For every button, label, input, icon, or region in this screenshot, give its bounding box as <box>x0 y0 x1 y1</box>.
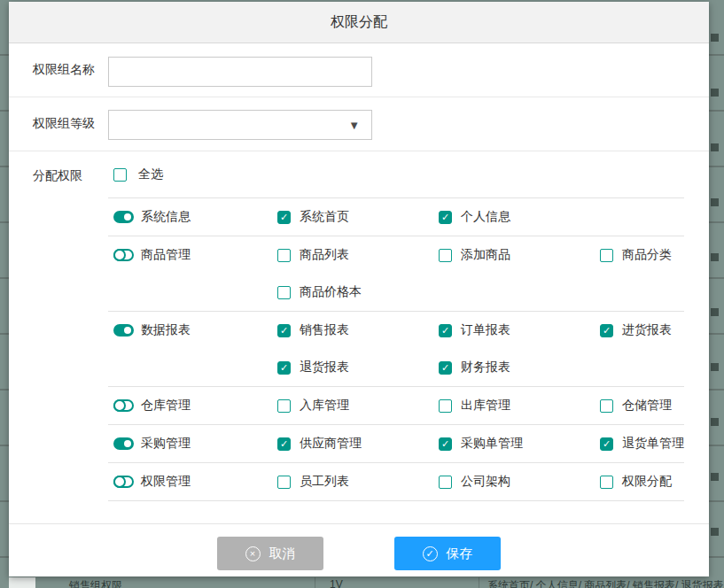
permission-item: 财务报表 <box>439 360 600 375</box>
permission-checkbox[interactable] <box>600 476 613 489</box>
permission-group-row: 权限管理 员工列表 公司架构 权限分配 <box>108 463 684 501</box>
permission-item: 销售报表 <box>277 322 439 338</box>
group-level-row: 权限组等级 ▼ <box>9 97 709 151</box>
toggle-switch[interactable] <box>113 249 134 261</box>
permission-label: 入库管理 <box>300 398 349 414</box>
permission-checkbox[interactable] <box>439 361 452 375</box>
select-all-checkbox[interactable] <box>113 168 127 182</box>
permission-group-row: 仓库管理 入库管理 出库管理 仓储管理 <box>108 387 684 425</box>
permission-label: 销售报表 <box>300 322 349 338</box>
group-items: 供应商管理 采购单管理 退货单管理 <box>277 425 684 462</box>
permission-group-row: 采购管理 供应商管理 采购单管理 退货单管理 <box>108 425 684 463</box>
group-header: 数据报表 <box>108 312 277 349</box>
chevron-down-icon: ▼ <box>348 120 360 131</box>
toggle-knob <box>113 399 126 412</box>
permission-checkbox[interactable] <box>277 286 291 299</box>
permission-item: 公司架构 <box>439 474 600 490</box>
permission-label: 订单报表 <box>461 322 510 338</box>
assign-permissions-label: 分配权限 <box>33 168 82 184</box>
permission-checkbox[interactable] <box>277 324 291 337</box>
permission-checkbox[interactable] <box>600 399 613 413</box>
toggle-switch[interactable] <box>113 211 134 223</box>
modal-title: 权限分配 <box>331 13 387 32</box>
permission-label: 采购单管理 <box>461 436 523 452</box>
background-column-divider <box>315 577 315 588</box>
group-level-select[interactable]: ▼ <box>108 110 372 140</box>
toggle-knob <box>124 440 131 447</box>
permission-label: 进货报表 <box>622 322 672 338</box>
group-items: 系统首页 个人信息 <box>277 198 684 236</box>
permission-label: 财务报表 <box>461 360 510 375</box>
permission-checkbox[interactable] <box>439 211 452 224</box>
permission-checkbox[interactable] <box>277 361 291 375</box>
permission-label: 权限分配 <box>622 474 672 490</box>
permission-group-row: 数据报表 销售报表 订单报表 进货报表 <box>108 312 684 387</box>
group-label: 系统信息 <box>141 209 191 225</box>
toggle-switch[interactable] <box>113 399 134 412</box>
permission-checkbox[interactable] <box>277 211 291 224</box>
toggle-knob <box>124 327 131 334</box>
group-level-label: 权限组等级 <box>33 97 95 151</box>
toggle-knob <box>124 213 131 220</box>
background-clipped-text <box>711 34 719 583</box>
modal-header: 权限分配 <box>9 2 709 43</box>
select-all-label: 全选 <box>138 166 163 182</box>
group-header: 权限管理 <box>108 463 277 500</box>
permission-checkbox[interactable] <box>439 249 452 262</box>
permission-item: 进货报表 <box>600 322 684 338</box>
group-header: 仓库管理 <box>108 387 277 424</box>
permission-item: 系统首页 <box>277 209 439 225</box>
cancel-button[interactable]: × 取消 <box>217 537 323 570</box>
permission-checkbox[interactable] <box>277 249 291 262</box>
toggle-switch[interactable] <box>113 324 134 337</box>
permission-checkbox[interactable] <box>277 476 291 489</box>
permission-checkbox[interactable] <box>600 437 613 451</box>
group-header: 商品管理 <box>108 236 277 274</box>
group-label: 商品管理 <box>141 247 191 263</box>
permission-item: 供应商管理 <box>277 436 439 452</box>
permission-assign-modal: 权限分配 权限组名称 权限组等级 ▼ 分配权限 全选 <box>9 2 709 576</box>
permission-checkbox[interactable] <box>439 399 452 413</box>
group-items: 商品列表 添加商品 商品分类 商品价格本 <box>277 236 684 311</box>
toggle-switch[interactable] <box>113 476 134 488</box>
assign-permissions-section: 分配权限 全选 系统信息 系统首页 <box>9 151 709 501</box>
permission-label: 出库管理 <box>461 398 510 414</box>
permission-label: 仓储管理 <box>622 398 672 414</box>
background-row-text: 销售组权限 <box>69 578 122 588</box>
permission-checkbox[interactable] <box>439 324 452 337</box>
cancel-button-label: 取消 <box>269 545 296 562</box>
permission-item: 商品分类 <box>600 247 684 263</box>
save-button[interactable]: ✓ 保存 <box>394 537 501 570</box>
permission-checkbox[interactable] <box>439 476 452 489</box>
permission-item: 商品列表 <box>277 247 439 263</box>
group-items: 入库管理 出库管理 仓储管理 <box>277 387 684 424</box>
group-header: 采购管理 <box>108 425 277 462</box>
group-label: 采购管理 <box>141 436 191 452</box>
permission-item: 出库管理 <box>439 398 600 414</box>
footer-divider <box>9 523 709 524</box>
group-name-input[interactable] <box>108 57 372 87</box>
permission-item: 退货单管理 <box>600 436 684 452</box>
permission-item: 入库管理 <box>277 398 439 414</box>
permission-item: 员工列表 <box>277 474 439 490</box>
permission-item: 添加商品 <box>439 247 600 263</box>
screen: 销售组权限 1V 系统首页/ 个人信息/ 商品列表/ 销售报表/ 退货报表/ 财… <box>0 0 724 588</box>
permission-item: 仓储管理 <box>600 398 684 414</box>
permission-item: 退货报表 <box>277 360 439 375</box>
permission-checkbox[interactable] <box>439 437 452 451</box>
toggle-knob <box>113 476 126 488</box>
background-table-cell <box>9 577 35 588</box>
permission-checkbox[interactable] <box>600 324 613 337</box>
modal-footer: × 取消 ✓ 保存 <box>9 537 709 570</box>
permission-label: 商品价格本 <box>300 284 362 300</box>
background-table-row: 销售组权限 1V 系统首页/ 个人信息/ 商品列表/ 销售报表/ 退货报表/ 财… <box>9 577 724 588</box>
permission-item: 商品价格本 <box>277 284 439 300</box>
permission-checkbox[interactable] <box>600 249 613 262</box>
permission-label: 添加商品 <box>461 247 510 263</box>
permission-checkbox[interactable] <box>277 399 291 413</box>
permission-item: 权限分配 <box>600 474 684 490</box>
group-items: 员工列表 公司架构 权限分配 <box>277 463 684 500</box>
permission-label: 员工列表 <box>300 474 349 490</box>
toggle-switch[interactable] <box>113 437 134 450</box>
permission-checkbox[interactable] <box>277 437 291 451</box>
